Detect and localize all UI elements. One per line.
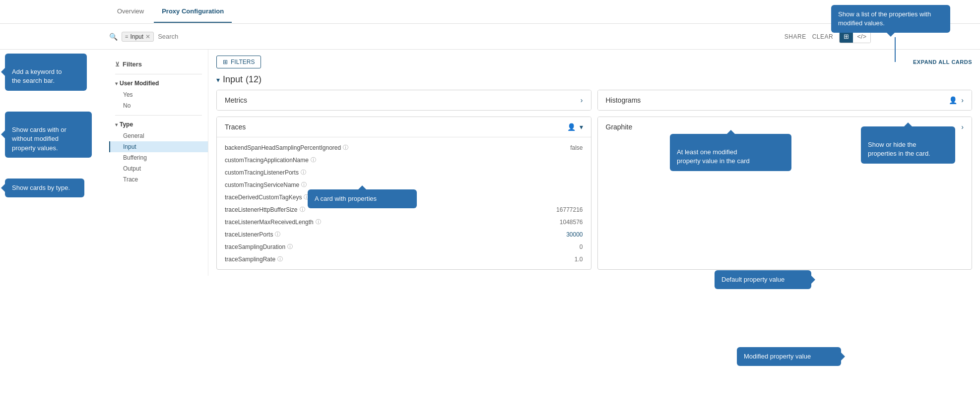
sidebar-group-user-modified-header[interactable]: ▾ User Modified xyxy=(109,77,208,89)
prop-info-icon-4[interactable]: ⓘ xyxy=(301,181,307,188)
traces-collapse-icon[interactable]: ▾ xyxy=(580,123,583,131)
filter-tag[interactable]: = Input ✕ xyxy=(122,32,154,42)
sidebar-item-output[interactable]: Output xyxy=(109,163,208,174)
prop-info-icon-7[interactable]: ⓘ xyxy=(316,218,321,226)
filters-button[interactable]: ⊞ FILTERS xyxy=(216,56,261,68)
sidebar-item-trace[interactable]: Trace xyxy=(109,174,208,185)
sidebar-item-general[interactable]: General xyxy=(109,130,208,141)
prop-info-icon-9[interactable]: ⓘ xyxy=(287,243,293,250)
tab-overview[interactable]: Overview xyxy=(109,0,152,23)
sidebar-group-type: ▾ Type General Input Buffering Output Tr… xyxy=(109,119,208,185)
search-input[interactable] xyxy=(158,33,781,40)
callout-card-with-props: A card with properties xyxy=(308,189,417,208)
traces-modified-icon: 👤 xyxy=(567,123,576,131)
arrow-line-show-list xyxy=(895,37,896,62)
prop-info-icon-8[interactable]: ⓘ xyxy=(275,231,280,238)
prop-row-backend: backendSpanHeadSamplingPercentIgnoredⓘ f… xyxy=(217,141,591,154)
callout-show-by-type: Show cards by type. xyxy=(5,179,84,197)
prop-row-sampling-duration: traceSamplingDurationⓘ 0 xyxy=(217,240,591,253)
callout-default-val: Default property value xyxy=(715,270,811,289)
prop-value-sampling-rate: 1.0 xyxy=(575,256,583,263)
callout-show-cards: Show cards with or without modified prop… xyxy=(5,112,92,158)
chevron-down-icon: ▾ xyxy=(115,81,118,86)
traces-card-actions: 👤 ▾ xyxy=(567,123,583,131)
histograms-card-title: Histograms xyxy=(606,96,641,104)
metrics-card-actions: › xyxy=(581,96,583,104)
filters-section-title: ⊻ Filters xyxy=(109,58,208,71)
graphite-card-title: Graphite xyxy=(606,123,633,131)
group-count: (12) xyxy=(246,74,261,85)
sidebar-group-user-modified: ▾ User Modified Yes No xyxy=(109,77,208,111)
callout-show-hide: Show or hide the properties in the card. xyxy=(861,126,955,164)
prop-value-sampling-duration: 0 xyxy=(580,243,583,250)
sidebar-group-user-modified-label: User Modified xyxy=(120,80,159,87)
prop-name-max-received: traceListenerMaxReceivedLengthⓘ xyxy=(225,218,321,226)
sidebar-item-no[interactable]: No xyxy=(109,100,208,111)
tab-proxy-configuration[interactable]: Proxy Configuration xyxy=(154,0,232,23)
filters-btn-label: FILTERS xyxy=(231,59,255,65)
prop-info-icon-2[interactable]: ⓘ xyxy=(311,156,316,164)
graphite-expand-icon[interactable]: › xyxy=(961,123,964,131)
prop-info-icon-3[interactable]: ⓘ xyxy=(301,169,306,176)
histograms-card-header[interactable]: Histograms 👤 › xyxy=(598,90,972,110)
prop-info-icon-10[interactable]: ⓘ xyxy=(277,255,283,263)
group-name: Input xyxy=(223,74,243,85)
prop-row-sampling-rate: traceSamplingRateⓘ 1.0 xyxy=(217,253,591,265)
search-icon: 🔍 xyxy=(109,33,118,41)
prop-row-trace-ports: traceListenerPortsⓘ 30000 xyxy=(217,228,591,240)
callout-modified-prop: At least one modified property value in … xyxy=(670,134,791,171)
prop-name-http-buffer: traceListenerHttpBufferSizeⓘ xyxy=(225,206,305,213)
histograms-card-actions: 👤 › xyxy=(949,96,964,104)
histograms-expand-icon[interactable]: › xyxy=(961,96,964,104)
cards-grid: Metrics › Histograms 👤 › xyxy=(216,90,972,270)
filter-eq: = xyxy=(125,34,128,40)
expand-all-button[interactable]: EXPAND ALL CARDS xyxy=(913,59,972,65)
callout-modified-val: Modified property value xyxy=(737,347,841,366)
filters-grid-icon: ⊞ xyxy=(223,59,228,65)
prop-row-listener-ports: customTracingListenerPortsⓘ xyxy=(217,166,591,179)
filters-label: Filters xyxy=(123,60,142,68)
metrics-card: Metrics › xyxy=(216,90,591,111)
metrics-card-title: Metrics xyxy=(225,96,247,104)
main-layout: ⊻ Filters ▾ User Modified Yes No ▾ Type … xyxy=(0,50,980,276)
prop-info-icon[interactable]: ⓘ xyxy=(343,144,348,151)
histograms-card: Histograms 👤 › xyxy=(597,90,973,111)
prop-row-app-name: customTracingApplicationNameⓘ xyxy=(217,154,591,166)
filter-icon: ⊻ xyxy=(115,61,120,68)
chevron-down-icon-2: ▾ xyxy=(115,122,118,127)
prop-value-backend: false xyxy=(570,144,583,151)
prop-name-service-name: customTracingServiceNameⓘ xyxy=(225,181,307,188)
histograms-modified-icon: 👤 xyxy=(949,96,957,104)
sidebar-group-type-header[interactable]: ▾ Type xyxy=(109,119,208,130)
sidebar-item-buffering[interactable]: Buffering xyxy=(109,152,208,163)
graphite-card-actions: › xyxy=(961,123,964,131)
sidebar: ⊻ Filters ▾ User Modified Yes No ▾ Type … xyxy=(109,50,208,276)
group-chevron-icon[interactable]: ▾ xyxy=(216,76,220,84)
prop-name-sampling-rate: traceSamplingRateⓘ xyxy=(225,255,283,263)
metrics-expand-icon[interactable]: › xyxy=(581,96,583,104)
callout-show-list: Show a list of the properties with modif… xyxy=(831,5,950,33)
app-container: Overview Proxy Configuration 🔍 = Input ✕… xyxy=(0,0,980,420)
sidebar-item-yes[interactable]: Yes xyxy=(109,89,208,100)
prop-value-http-buffer: 16777216 xyxy=(556,206,583,213)
filter-close-icon[interactable]: ✕ xyxy=(145,33,150,40)
sidebar-group-type-label: Type xyxy=(120,121,133,128)
prop-name-backend: backendSpanHeadSamplingPercentIgnoredⓘ xyxy=(225,144,348,151)
traces-card-title: Traces xyxy=(225,123,246,131)
prop-name-listener-ports: customTracingListenerPortsⓘ xyxy=(225,169,306,176)
prop-name-app-name: customTracingApplicationNameⓘ xyxy=(225,156,316,164)
metrics-card-header[interactable]: Metrics › xyxy=(217,90,591,110)
prop-name-tag-keys: traceDerivedCustomTagKeysⓘ xyxy=(225,193,309,201)
prop-value-trace-ports: 30000 xyxy=(566,231,583,238)
card-group-header: ▾ Input (12) xyxy=(216,74,972,85)
callout-keyword: Add a keyword to the search bar. xyxy=(5,54,87,91)
traces-card-header[interactable]: Traces 👤 ▾ xyxy=(217,117,591,137)
prop-name-sampling-duration: traceSamplingDurationⓘ xyxy=(225,243,293,250)
clear-button[interactable]: CLEAR xyxy=(812,33,834,40)
prop-info-icon-6[interactable]: ⓘ xyxy=(300,206,305,213)
share-button[interactable]: SHARE xyxy=(784,33,806,40)
sidebar-item-input[interactable]: Input xyxy=(109,141,208,152)
prop-name-trace-ports: traceListenerPortsⓘ xyxy=(225,231,280,238)
content-header: ⊞ FILTERS EXPAND ALL CARDS xyxy=(216,56,972,68)
prop-value-max-received: 1048576 xyxy=(560,219,583,226)
